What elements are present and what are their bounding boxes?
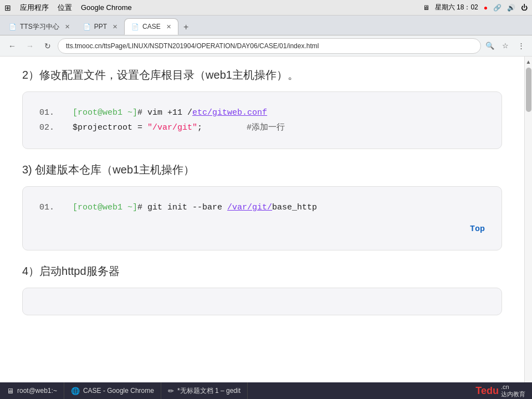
chrome-icon: 🌐	[71, 387, 80, 395]
terminal-icon: 🖥	[7, 387, 14, 395]
taskbar-chrome-label: CASE - Google Chrome	[83, 387, 154, 395]
code-cmd-s3-01: # git init --bare	[137, 203, 227, 212]
code-prompt-s3-01: [root@web1 ~]	[73, 203, 137, 212]
logo-tedu: Tedu	[475, 385, 499, 397]
section2-heading: 2）修改配置文件，设置仓库根目录（web1主机操作）。	[22, 68, 502, 83]
section4-heading: 4）启动httpd服务器	[22, 264, 502, 279]
browser-label[interactable]: Google Chrome	[81, 3, 132, 12]
code-block-section4-partial	[22, 288, 502, 315]
tab-case-label: CASE	[142, 23, 161, 30]
code-content-s3-01: [root@web1 ~]# git init --bare /var/git/…	[73, 200, 485, 215]
taskbar-terminal[interactable]: 🖥 root@web1:~	[0, 382, 64, 399]
scrollbar-thumb[interactable]	[526, 68, 531, 112]
code-content-02: $projectroot = "/var/git";#添加一行	[73, 120, 485, 135]
browser-content-wrapper: 2）修改配置文件，设置仓库根目录（web1主机操作）。 01. [root@we…	[0, 57, 532, 382]
address-input[interactable]	[58, 38, 481, 54]
apps-label[interactable]: 应用程序	[20, 3, 49, 13]
tab-tts-favicon: 📄	[9, 23, 17, 30]
taskbar-logo: Tedu .cn达内教育	[469, 383, 532, 398]
code-prompt-01: [root@web1 ~]	[73, 108, 137, 117]
apps-menu[interactable]: ⊞	[4, 3, 11, 12]
search-icon[interactable]: 🔍	[483, 39, 497, 53]
scrollbar-track[interactable]: ▲	[524, 57, 532, 382]
browser-tabs-bar: 📄 TTS学习中心 ✕ 📄 PPT ✕ 📄 CASE ✕ +	[0, 16, 532, 35]
code-val-02: "/var/git"	[147, 123, 197, 132]
tab-ppt[interactable]: 📄 PPT ✕	[76, 18, 124, 35]
datetime: 星期六 18：02	[435, 3, 478, 12]
tab-ppt-close[interactable]: ✕	[112, 23, 117, 30]
code-line-01: 01. [root@web1 ~]# vim +11 /etc/gitweb.c…	[39, 105, 485, 120]
gedit-icon: ✏	[168, 387, 174, 395]
code-path-01: etc/gitweb.conf	[192, 108, 267, 117]
tab-tts-label: TTS学习中心	[20, 22, 59, 32]
new-tab-button[interactable]: +	[178, 19, 194, 35]
code-comment-02: #添加一行	[247, 123, 285, 132]
sound-icon[interactable]: 🔊	[507, 4, 515, 12]
scrollbar-up[interactable]: ▲	[525, 58, 533, 65]
code-repo-s3-01: base_http	[272, 203, 317, 212]
taskbar-terminal-label: root@web1:~	[17, 387, 57, 395]
code-cmd-01: # vim +11 /	[137, 108, 192, 117]
power-icon[interactable]: ⏻	[521, 4, 528, 12]
taskbar-gedit[interactable]: ✏ *无标题文档 1 – gedit	[161, 382, 248, 399]
line-num-s3-01: 01.	[39, 200, 73, 215]
menu-icon[interactable]: ⋮	[514, 39, 528, 53]
code-semi-02: ;	[197, 123, 202, 132]
top-link[interactable]: Top	[39, 222, 485, 237]
reload-button[interactable]: ↻	[40, 38, 55, 54]
taskbar: 🖥 root@web1:~ 🌐 CASE - Google Chrome ✏ *…	[0, 382, 532, 399]
line-num-01: 01.	[39, 105, 73, 120]
back-button[interactable]: ←	[4, 38, 20, 54]
logo-sub: .cn达内教育	[501, 383, 525, 398]
code-path-s3-01: /var/git/	[227, 203, 272, 212]
tab-tts[interactable]: 📄 TTS学习中心 ✕	[2, 18, 76, 35]
address-icons: 🔍 ☆ ⋮	[483, 39, 528, 53]
code-block-section2: 01. [root@web1 ~]# vim +11 /etc/gitweb.c…	[22, 91, 502, 149]
network-icon2: 🔗	[493, 4, 502, 12]
os-topbar-left: ⊞ 应用程序 位置 Google Chrome	[4, 3, 132, 13]
tab-case-favicon: 📄	[131, 23, 139, 30]
page-content: 2）修改配置文件，设置仓库根目录（web1主机操作）。 01. [root@we…	[0, 57, 524, 382]
code-var-02: $projectroot =	[73, 123, 147, 132]
os-topbar-right: 🖥 星期六 18：02 ● 🔗 🔊 ⏻	[423, 3, 528, 12]
tab-ppt-favicon: 📄	[83, 23, 91, 30]
taskbar-gedit-label: *无标题文档 1 – gedit	[177, 386, 241, 396]
code-line-s3-01: 01. [root@web1 ~]# git init --bare /var/…	[39, 200, 485, 215]
tab-case-close[interactable]: ✕	[166, 23, 171, 30]
code-line-02: 02. $projectroot = "/var/git";#添加一行	[39, 120, 485, 135]
section3-heading: 3) 创建版本仓库（web1主机操作）	[22, 162, 502, 177]
record-indicator: ●	[484, 4, 488, 12]
taskbar-chrome[interactable]: 🌐 CASE - Google Chrome	[64, 382, 161, 399]
pos-label[interactable]: 位置	[58, 3, 72, 13]
tab-ppt-label: PPT	[94, 23, 107, 30]
line-num-02: 02.	[39, 120, 73, 135]
forward-button[interactable]: →	[22, 38, 38, 54]
tab-tts-close[interactable]: ✕	[65, 23, 70, 30]
tab-case[interactable]: 📄 CASE ✕	[124, 18, 178, 35]
code-content-01: [root@web1 ~]# vim +11 /etc/gitweb.conf	[73, 105, 485, 120]
os-topbar: ⊞ 应用程序 位置 Google Chrome 🖥 星期六 18：02 ● 🔗 …	[0, 0, 532, 16]
browser-address-bar: ← → ↻ 🔍 ☆ ⋮	[0, 35, 532, 57]
bookmark-icon[interactable]: ☆	[499, 39, 512, 53]
code-block-section3: 01. [root@web1 ~]# git init --bare /var/…	[22, 186, 502, 250]
network-icon: 🖥	[423, 4, 429, 12]
